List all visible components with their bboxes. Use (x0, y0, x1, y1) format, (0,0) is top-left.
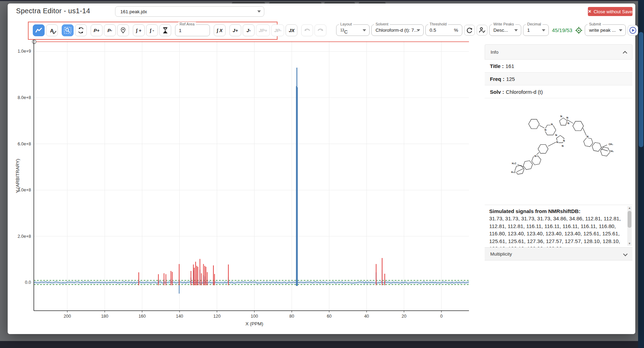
simulated-signals-box[interactable]: Simulated signals from NMRshiftDB: 31.73… (485, 205, 632, 247)
svg-text:N: N (567, 121, 569, 124)
target-button[interactable] (575, 26, 583, 35)
j-remove-button[interactable]: J- (243, 24, 255, 36)
x-tick-label: 120 (213, 314, 221, 319)
submit-run-button[interactable] (628, 25, 638, 36)
jp-remove-button[interactable]: JP- (271, 24, 284, 36)
peak-remove-button[interactable]: P- (104, 24, 116, 36)
refresh-icon (466, 27, 473, 33)
background-page-top-line (0, 0, 644, 1)
x-tick-label: 180 (101, 314, 108, 319)
x-tick-label: 80 (289, 314, 294, 319)
chevron-down-icon (257, 10, 261, 13)
x-tick-label: 160 (138, 314, 146, 319)
multiplicity-section-header[interactable]: Multiplicity (485, 247, 632, 260)
submit-select[interactable]: Submit write peak ... (585, 24, 626, 36)
x-tick-label: 200 (64, 314, 71, 319)
close-icon: ✕ (588, 9, 591, 14)
file-selector-dropdown[interactable]: 161.peak.jdx (115, 6, 264, 17)
scroll-up-arrow-icon[interactable]: ▲ (627, 206, 632, 210)
page-title: Spectra Editor - us1-14 (16, 7, 90, 15)
svg-text:N: N (551, 123, 553, 126)
multiplicity-section-title: Multiplicity (490, 251, 512, 257)
spectrum-svg[interactable]: 2001801601401201008060402000.02.0e+84.0e… (14, 39, 469, 328)
info-row-solv: Solv : Chloroform-d (t) (485, 85, 632, 98)
info-section-header[interactable]: Info (485, 44, 632, 60)
a-check-icon: A (50, 28, 54, 33)
ref-area-input[interactable] (179, 25, 207, 36)
integral-add-button[interactable]: ∫ + (133, 24, 145, 36)
zoom-select-button[interactable] (62, 24, 74, 36)
info-row-freq: Freq : 125 (485, 73, 632, 85)
decimal-label: Decimal (526, 22, 543, 27)
svg-text:N: N (555, 134, 557, 137)
svg-text:N: N (562, 144, 563, 147)
threshold-field[interactable]: Threshold 0.5 % (425, 24, 462, 36)
page-scrollbar-thumb[interactable] (639, 32, 643, 147)
toolbar-group-integral-clear: ∫ X (214, 24, 226, 36)
solvent-label: Solvent (374, 22, 390, 27)
write-peaks-select[interactable]: Write Peaks Desc... (489, 24, 521, 36)
decimal-select[interactable]: Decimal 1 (523, 24, 549, 36)
chevron-down-icon (623, 252, 628, 256)
controls-bar: Layout 13C Solvent Chloroform-d (t): 7..… (336, 24, 638, 36)
line-mode-button[interactable] (33, 24, 45, 36)
svg-text:N: N (567, 116, 568, 119)
info-panel: Info Title : 161 Freq : 125 Solv : Chlor… (485, 44, 632, 267)
close-without-save-button[interactable]: ✕ Close without Save (588, 7, 632, 16)
simulated-signals-title: Simulated signals from NMRshiftDB: (489, 207, 624, 215)
toolbar-group-peaks: P+ P- (91, 24, 129, 36)
zoom-reset-button[interactable] (75, 24, 87, 36)
zoom-reset-icon (77, 27, 85, 34)
add-pin-button[interactable] (117, 24, 129, 36)
x-tick-label: 140 (176, 314, 183, 319)
svg-text:N: N (560, 115, 562, 118)
play-circle-icon (629, 27, 637, 34)
x-tick-label: 60 (327, 314, 332, 319)
chevron-up-icon (623, 51, 627, 55)
chevron-down-icon (363, 29, 366, 31)
j-add-button[interactable]: J+ (229, 24, 241, 36)
layout-select[interactable]: Layout 13C (336, 24, 370, 36)
redo-button[interactable] (315, 24, 326, 36)
person-check-icon (479, 27, 486, 33)
x-tick-label: 40 (364, 314, 369, 319)
integral-clear-button[interactable]: ∫ X (214, 24, 226, 36)
page-scrollbar-track[interactable] (638, 0, 644, 348)
y-tick-label: 2.0e+8 (17, 234, 31, 239)
jx-button[interactable]: JX (286, 24, 297, 36)
x-tick-label: 0 (440, 314, 442, 319)
signals-scrollbar-thumb[interactable] (628, 211, 631, 228)
solvent-select[interactable]: Solvent Chloroform-d (t): 7... (371, 24, 424, 36)
peak-add-button[interactable]: P+ (91, 24, 103, 36)
top-marker-handle[interactable] (32, 40, 36, 44)
location-pin-plus-icon (120, 27, 127, 34)
scroll-down-arrow-icon[interactable]: ▼ (627, 242, 632, 246)
undo-button[interactable] (301, 24, 313, 36)
refresh-button[interactable] (464, 25, 475, 36)
spectra-editor-dialog: Spectra Editor - us1-14 161.peak.jdx ✕ C… (8, 3, 635, 334)
y-tick-label: 0.0 (25, 280, 31, 285)
y-tick-label: 1.0e+9 (17, 49, 31, 54)
spectrum-chart[interactable]: 2001801601401201008060402000.02.0e+84.0e… (14, 39, 469, 328)
signals-scrollbar[interactable]: ▲ ▼ (627, 206, 632, 246)
assign-user-button[interactable] (477, 25, 487, 36)
threshold-label: Threshold (428, 22, 448, 27)
toolbar: A P+ (33, 24, 330, 36)
info-row-value: 161 (506, 63, 514, 69)
chevron-down-icon (619, 29, 622, 31)
threshold-unit: % (454, 25, 458, 36)
peak-counter: 45/19/53 (552, 27, 572, 33)
toolbar-group-mode: A (33, 24, 58, 36)
x-tick-label: 20 (402, 314, 407, 319)
jp-add-button[interactable]: JP+ (256, 24, 270, 36)
info-row-label: Freq : (490, 76, 505, 82)
molecule-structure: NNNNNNNNNNNCH₃CH₃H₃CH₃C (485, 110, 632, 180)
chevron-down-icon (514, 29, 518, 31)
target-icon (575, 27, 583, 34)
hourglass-button[interactable] (159, 24, 171, 36)
integral-remove-button[interactable]: ∫ - (146, 24, 158, 36)
svg-text:N: N (545, 128, 546, 131)
svg-text:CH₃: CH₃ (609, 150, 614, 152)
auto-assign-button[interactable]: A (46, 24, 58, 36)
info-section-title: Info (491, 50, 499, 55)
